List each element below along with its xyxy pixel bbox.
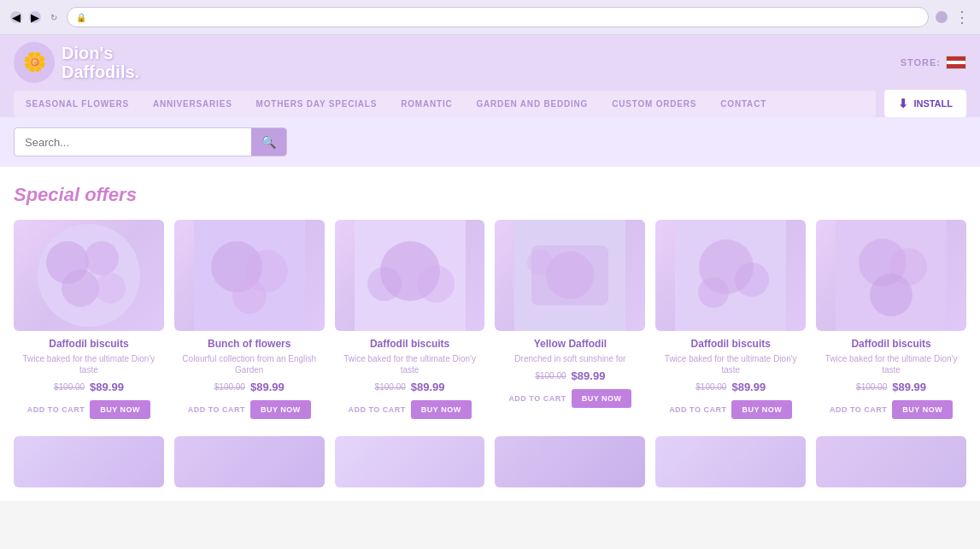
nav-item-mothers[interactable]: MOTHERS DAY SPECIALS — [244, 91, 390, 117]
nav-item-romantic[interactable]: ROMANTIC — [389, 91, 464, 117]
price-row: $100.00 $89.99 — [655, 381, 806, 393]
svg-point-4 — [95, 273, 126, 304]
preview-thumb-1 — [14, 436, 164, 487]
preview-thumb-4 — [495, 436, 645, 487]
sale-price: $89.99 — [411, 381, 445, 393]
svg-point-11 — [367, 267, 402, 301]
buy-now-button[interactable]: BUY NOW — [250, 400, 311, 419]
buy-now-button[interactable]: BUY NOW — [411, 400, 472, 419]
store-label: STORE: — [901, 57, 941, 68]
sale-price: $89.99 — [572, 369, 606, 382]
add-to-cart-button[interactable]: ADD TO CART — [27, 400, 85, 419]
search-bar-area: 🔍 — [0, 117, 980, 167]
product-card: Daffodil biscuits Twice baked for the ul… — [816, 220, 966, 419]
price-row: $100.00 $89.99 — [335, 381, 485, 393]
product-image — [335, 220, 485, 331]
search-icon: 🔍 — [261, 135, 276, 149]
sale-price: $89.99 — [892, 381, 926, 393]
product-card: Bunch of flowers Colourful collection fr… — [174, 220, 325, 419]
button-row: ADD TO CART BUY NOW — [174, 400, 325, 419]
flag-icon — [946, 56, 966, 69]
product-card: Daffodil biscuits Twice baked for the ul… — [655, 220, 806, 419]
product-image — [495, 220, 645, 331]
svg-point-3 — [62, 269, 99, 307]
reload-button[interactable]: ↻ — [48, 11, 60, 23]
nav-item-contact[interactable]: CONTACT — [708, 91, 778, 117]
product-name: Bunch of flowers — [174, 338, 325, 350]
site-header: 🌼 Dion's Daffodils. STORE: SEASONAL FLOW… — [0, 35, 980, 117]
logo-text: Dion's Daffodils. — [62, 44, 139, 81]
search-input[interactable] — [15, 129, 251, 156]
preview-thumb-5 — [655, 436, 806, 487]
original-price: $100.00 — [535, 371, 566, 381]
more-options-icon[interactable]: ⋮ — [954, 8, 970, 27]
add-to-cart-button[interactable]: ADD TO CART — [830, 400, 887, 419]
price-row: $100.00 $89.99 — [816, 381, 966, 393]
button-row: ADD TO CART BUY NOW — [816, 400, 966, 419]
buy-now-button[interactable]: BUY NOW — [572, 389, 632, 408]
price-row: $100.00 $89.99 — [14, 381, 164, 393]
product-name: Daffodil biscuits — [655, 338, 806, 350]
section-title: Special offers — [14, 184, 966, 206]
add-to-cart-button[interactable]: ADD TO CART — [669, 400, 726, 419]
button-row: ADD TO CART BUY NOW — [495, 389, 645, 408]
button-row: ADD TO CART BUY NOW — [14, 400, 164, 419]
buy-now-button[interactable]: BUY NOW — [90, 400, 150, 419]
product-desc: Colourful collection from an English Gar… — [174, 353, 325, 375]
svg-point-12 — [417, 265, 455, 303]
product-name: Daffodil biscuits — [14, 338, 164, 350]
back-button[interactable]: ◀ — [10, 11, 22, 23]
add-to-cart-button[interactable]: ADD TO CART — [348, 400, 405, 419]
install-button[interactable]: ⬇ INSTALL — [884, 90, 966, 117]
product-card: Yellow Daffodil Drenched in soft sunshin… — [495, 220, 645, 419]
nav-item-anniversaries[interactable]: ANNIVERSARIES — [141, 91, 244, 117]
buy-now-button[interactable]: BUY NOW — [731, 400, 792, 419]
product-desc: Twice baked for the ultimate Dion'y tast… — [14, 353, 164, 375]
address-bar[interactable]: 🔒 — [67, 7, 929, 27]
forward-button[interactable]: ▶ — [29, 11, 41, 23]
product-card: Daffodil biscuits Twice baked for the ul… — [335, 220, 485, 419]
svg-point-24 — [870, 274, 913, 316]
original-price: $100.00 — [375, 382, 406, 392]
product-desc: Twice baked for the ultimate Dion'y tast… — [335, 353, 485, 375]
nav-item-seasonal[interactable]: SEASONAL FLOWERS — [14, 91, 141, 117]
logo-icon: 🌼 — [14, 42, 55, 83]
nav-item-custom[interactable]: CUSTOM ORDERS — [600, 91, 708, 117]
preview-thumb-6 — [816, 436, 966, 487]
svg-point-20 — [698, 277, 729, 308]
svg-point-8 — [232, 280, 267, 314]
site-nav: SEASONAL FLOWERS ANNIVERSARIES MOTHERS D… — [14, 90, 966, 117]
search-button[interactable]: 🔍 — [251, 128, 286, 156]
product-card: Daffodil biscuits Twice baked for the ul… — [14, 220, 164, 419]
svg-point-16 — [527, 250, 553, 275]
add-to-cart-button[interactable]: ADD TO CART — [188, 400, 245, 419]
profile-circle — [936, 11, 948, 23]
add-to-cart-button[interactable]: ADD TO CART — [508, 389, 566, 408]
svg-point-2 — [85, 241, 119, 275]
product-desc: Drenched in soft sunshine for — [495, 353, 645, 364]
buy-now-button[interactable]: BUY NOW — [892, 400, 953, 419]
product-name: Yellow Daffodil — [495, 338, 645, 350]
browser-chrome: ◀ ▶ ↻ 🔒 ⋮ — [0, 0, 980, 35]
product-desc: Twice baked for the ultimate Dion'y tast… — [655, 353, 806, 375]
nav-item-garden[interactable]: GARDEN AND BEDDING — [465, 91, 601, 117]
sale-price: $89.99 — [731, 381, 766, 393]
svg-point-19 — [735, 263, 769, 297]
preview-thumb-3 — [335, 436, 485, 487]
nav-items: SEASONAL FLOWERS ANNIVERSARIES MOTHERS D… — [14, 91, 876, 117]
preview-thumb-2 — [174, 436, 325, 487]
site-wrapper: 🌼 Dion's Daffodils. STORE: SEASONAL FLOW… — [0, 35, 980, 501]
price-row: $100.00 $89.99 — [495, 369, 645, 382]
lock-icon: 🔒 — [76, 13, 86, 22]
svg-point-15 — [546, 251, 594, 299]
product-image — [816, 220, 966, 331]
product-image — [174, 220, 325, 331]
sale-price: $89.99 — [90, 381, 124, 393]
logo-area[interactable]: 🌼 Dion's Daffodils. — [14, 42, 139, 83]
product-desc: Twice baked for the ultimate Dion'y tast… — [816, 353, 966, 375]
product-image — [14, 220, 164, 331]
search-input-wrap: 🔍 — [14, 127, 287, 156]
button-row: ADD TO CART BUY NOW — [335, 400, 485, 419]
price-row: $100.00 $89.99 — [174, 381, 325, 393]
product-image — [655, 220, 806, 331]
